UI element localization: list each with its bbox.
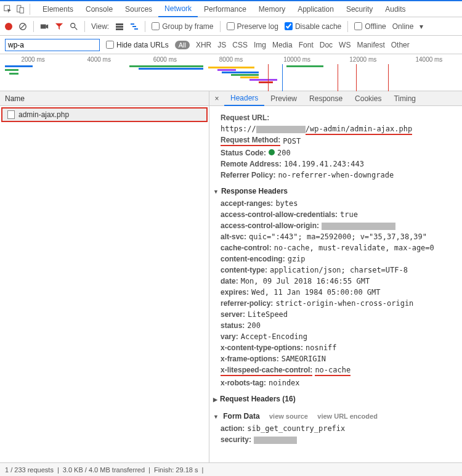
- large-rows-icon[interactable]: [115, 22, 124, 31]
- filter-types: XHRJSCSSImgMediaFontDocWSManifestOther: [196, 41, 410, 49]
- name-column-header[interactable]: Name: [0, 91, 209, 106]
- svg-rect-11: [131, 23, 134, 25]
- close-details-icon[interactable]: ×: [212, 94, 222, 103]
- online-label[interactable]: Online: [392, 22, 414, 31]
- filter-type-media[interactable]: Media: [272, 41, 293, 49]
- response-header-row: content-encoding:gzip: [221, 253, 456, 265]
- response-header-row: access-control-allow-origin:: [221, 220, 456, 231]
- filter-type-js[interactable]: JS: [217, 41, 226, 49]
- details-tab-cookies[interactable]: Cookies: [349, 91, 387, 106]
- details-tab-timing[interactable]: Timing: [387, 91, 422, 106]
- tab-application[interactable]: Application: [291, 1, 340, 17]
- filter-type-xhr[interactable]: XHR: [196, 41, 211, 49]
- request-list: Name admin-ajax.php: [0, 91, 209, 464]
- response-header-row: accept-ranges:bytes: [221, 198, 456, 209]
- preserve-log-checkbox[interactable]: Preserve log: [227, 22, 278, 31]
- tab-memory[interactable]: Memory: [253, 1, 291, 17]
- request-name: admin-ajax.php: [18, 110, 69, 119]
- network-toolbar: View: Group by frame Preserve log Disabl…: [0, 17, 462, 36]
- clear-icon[interactable]: [18, 22, 27, 31]
- timeline-tick: 8000 ms: [198, 56, 264, 63]
- filter-bar: Hide data URLs All XHRJSCSSImgMediaFontD…: [0, 36, 462, 54]
- waterfall-icon[interactable]: [130, 22, 139, 31]
- svg-line-4: [21, 24, 25, 28]
- filter-input[interactable]: [5, 39, 100, 51]
- timeline-tick: 4000 ms: [66, 56, 132, 63]
- tab-audits[interactable]: Audits: [379, 1, 411, 17]
- svg-rect-5: [41, 24, 46, 28]
- filter-type-img[interactable]: Img: [254, 41, 266, 49]
- response-header-row: x-content-type-options:nosniff: [221, 342, 456, 353]
- filter-type-doc[interactable]: Doc: [320, 41, 333, 49]
- filter-type-css[interactable]: CSS: [232, 41, 248, 49]
- form-data-toggle[interactable]: Form Data view source view URL encoded: [213, 412, 456, 421]
- filter-type-other[interactable]: Other: [391, 41, 410, 49]
- request-method-key: Request Method:: [221, 136, 280, 146]
- response-header-row: referrer-policy:strict-origin-when-cross…: [221, 298, 456, 309]
- remote-address-key: Remote Address:: [221, 160, 282, 168]
- request-headers-toggle[interactable]: Request Headers (16): [213, 395, 456, 403]
- request-details: × HeadersPreviewResponseCookiesTiming Re…: [209, 91, 462, 464]
- timeline-tick: 12000 ms: [330, 56, 396, 63]
- details-tab-preview[interactable]: Preview: [264, 91, 303, 106]
- search-icon[interactable]: [70, 22, 78, 31]
- referrer-policy-key: Referrer Policy:: [221, 171, 275, 179]
- details-tab-response[interactable]: Response: [303, 91, 349, 106]
- view-url-encoded-link[interactable]: view URL encoded: [317, 412, 378, 420]
- details-tab-headers[interactable]: Headers: [224, 91, 264, 106]
- throttle-caret-icon[interactable]: ▾: [419, 22, 423, 31]
- tab-console[interactable]: Console: [79, 1, 119, 17]
- response-header-row: access-control-allow-credentials:true: [221, 209, 456, 220]
- response-header-row: x-frame-options:SAMEORIGIN: [221, 353, 456, 364]
- details-tabbar: × HeadersPreviewResponseCookiesTiming: [209, 91, 462, 106]
- view-source-link[interactable]: view source: [269, 412, 308, 420]
- status-requests: 1 / 233 requests: [5, 466, 54, 474]
- response-header-row: content-type:application/json; charset=U…: [221, 265, 456, 276]
- response-header-row: alt-svc:quic=":443"; ma=2592000; v="35,3…: [221, 231, 456, 242]
- svg-point-6: [71, 23, 75, 27]
- filter-all-pill[interactable]: All: [175, 41, 190, 49]
- filter-icon[interactable]: [55, 22, 63, 31]
- view-label: View:: [91, 22, 109, 31]
- device-toolbar-icon[interactable]: [15, 4, 26, 15]
- main-panel: Name admin-ajax.php × HeadersPreviewResp…: [0, 91, 462, 464]
- record-button[interactable]: [5, 23, 12, 30]
- request-headers-section: Request Headers (16): [209, 391, 462, 408]
- inspect-element-icon[interactable]: [2, 4, 14, 15]
- response-header-row: x-litespeed-cache-control:no-cache: [221, 364, 456, 377]
- group-by-frame-checkbox[interactable]: Group by frame: [152, 22, 213, 31]
- tab-performance[interactable]: Performance: [198, 1, 253, 17]
- disable-cache-checkbox[interactable]: Disable cache: [285, 22, 341, 31]
- svg-rect-10: [116, 28, 123, 30]
- tab-elements[interactable]: Elements: [36, 1, 79, 17]
- camera-icon[interactable]: [40, 22, 49, 31]
- response-header-row: x-robots-tag:noindex: [221, 377, 456, 388]
- svg-line-7: [75, 27, 77, 29]
- general-section: Request URL: https:///wp-admin/admin-aja…: [209, 106, 462, 183]
- filter-type-manifest[interactable]: Manifest: [357, 41, 384, 49]
- tab-security[interactable]: Security: [340, 1, 379, 17]
- response-header-row: status:200: [221, 320, 456, 331]
- filter-type-font[interactable]: Font: [299, 41, 314, 49]
- svg-rect-2: [20, 7, 23, 13]
- timeline-waterfall: [0, 64, 462, 91]
- timeline-tick: 6000 ms: [132, 56, 198, 63]
- svg-rect-8: [116, 23, 123, 25]
- filter-type-ws[interactable]: WS: [339, 41, 351, 49]
- timeline-tick: 10000 ms: [264, 56, 330, 63]
- response-headers-section: Response Headers accept-ranges:bytesacce…: [209, 183, 462, 391]
- response-headers-toggle[interactable]: Response Headers: [213, 187, 456, 195]
- timeline-overview[interactable]: 2000 ms4000 ms6000 ms8000 ms10000 ms1200…: [0, 54, 462, 91]
- response-header-row: expires:Wed, 11 Jan 1984 05:00:00 GMT: [221, 287, 456, 298]
- status-bar: 1 / 233 requests | 3.0 KB / 4.0 MB trans…: [0, 462, 462, 476]
- form-data-section: Form Data view source view URL encoded a…: [209, 408, 462, 448]
- form-data-row: action:sib_get_country_prefix: [221, 423, 456, 434]
- hide-data-urls-checkbox[interactable]: Hide data URLs: [106, 41, 169, 49]
- offline-checkbox[interactable]: Offline: [354, 22, 386, 31]
- status-transferred: 3.0 KB / 4.0 MB transferred: [63, 466, 145, 474]
- timeline-tick: 2000 ms: [0, 56, 66, 63]
- request-row-admin-ajax[interactable]: admin-ajax.php: [1, 107, 208, 122]
- devtools-tabs: ElementsConsoleSourcesNetworkPerformance…: [36, 1, 412, 17]
- tab-network[interactable]: Network: [158, 1, 198, 17]
- tab-sources[interactable]: Sources: [119, 1, 158, 17]
